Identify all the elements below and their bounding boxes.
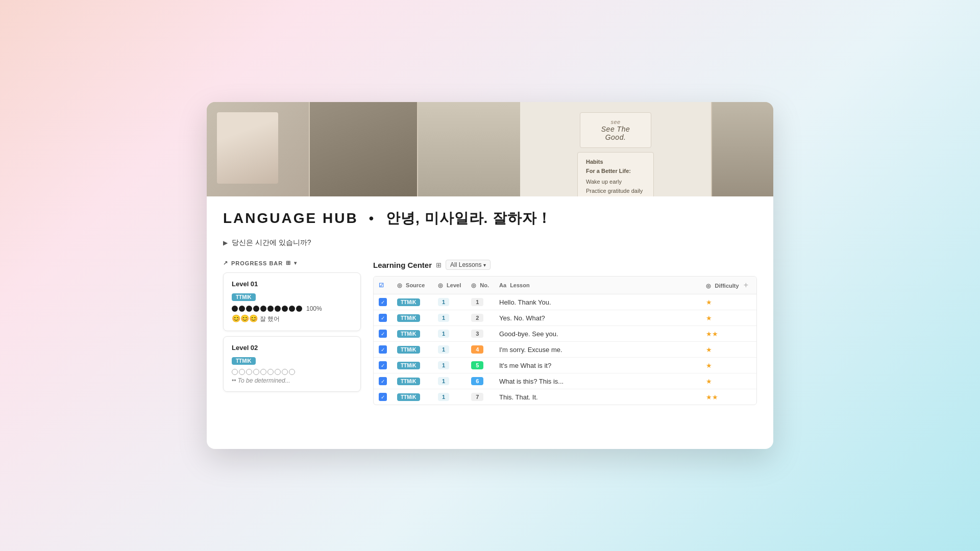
- row-level: 1: [433, 342, 466, 358]
- th-source: ◎ Source: [392, 277, 433, 294]
- row-lesson: Yes. No. What?: [494, 310, 701, 326]
- table-header-row: ☑ ◎ Source ◎ Level: [374, 277, 756, 294]
- add-column-button[interactable]: +: [741, 281, 751, 290]
- table-row: ✓ TTMiK 1 1 Hello. Thank You. ★: [374, 294, 756, 310]
- lc-grid-icon: ⊞: [436, 261, 442, 269]
- no-badge: 7: [471, 393, 483, 401]
- row-no: 1: [466, 294, 494, 310]
- hero-card-area: see See The Good. HabitsFor a Better Lif…: [520, 102, 711, 196]
- row-checkbox[interactable]: ✓: [374, 326, 392, 342]
- toggle-row[interactable]: ▶ 당신은 시간에 있습니까?: [223, 238, 757, 247]
- hero-quote-card: see See The Good.: [580, 112, 651, 148]
- learning-center-section: Learning Center ⊞ All Lessons ▾ ☑: [373, 260, 757, 405]
- page-title-text: LANGUAGE HUB: [223, 210, 358, 226]
- source-tag: TTMiK: [397, 314, 420, 322]
- row-source: TTMiK: [392, 389, 433, 405]
- habit-2: Practice gratitude daily: [586, 187, 645, 196]
- hero-image-3: [418, 102, 520, 196]
- row-checkbox[interactable]: ✓: [374, 358, 392, 373]
- habits-title: HabitsFor a Better Life:: [586, 158, 645, 176]
- dot-7: [275, 306, 281, 312]
- row-source: TTMiK: [392, 358, 433, 373]
- difficulty-stars: ★★: [706, 393, 718, 401]
- row-lesson: It's me What is it?: [494, 358, 701, 373]
- row-level: 1: [433, 294, 466, 310]
- dot-6: [267, 306, 274, 312]
- app-window: see See The Good. HabitsFor a Better Lif…: [207, 102, 773, 449]
- lc-header: Learning Center ⊞ All Lessons ▾: [373, 260, 757, 270]
- level-02-source-tag: TTMIK: [232, 357, 256, 365]
- page-subtitle: 안녕, 미사일라. 잘하자！: [386, 210, 552, 226]
- dot-10: [296, 306, 302, 312]
- th-lesson-label: Lesson: [510, 282, 530, 288]
- source-tag: TTMiK: [397, 393, 420, 401]
- row-level: 1: [433, 373, 466, 389]
- th-level: ◎ Level: [433, 277, 466, 294]
- hero-image-2: [310, 102, 417, 196]
- checkbox-header-icon: ☑: [379, 282, 384, 288]
- level-02-comment: •• To be determined...: [232, 377, 352, 384]
- lc-title: Learning Center: [373, 261, 432, 269]
- lc-filter-button[interactable]: All Lessons ▾: [446, 260, 491, 270]
- row-checkbox[interactable]: ✓: [374, 294, 392, 310]
- difficulty-stars: ★: [706, 314, 712, 322]
- toggle-arrow-icon: ▶: [223, 239, 228, 246]
- table-row: ✓ TTMiK 1 3 Good-bye. See you. ★★: [374, 326, 756, 342]
- no-badge: 3: [471, 330, 483, 338]
- chevron-down-icon: ▾: [294, 260, 297, 266]
- row-difficulty: ★: [701, 294, 756, 310]
- arrow-up-right-icon: ↗: [223, 260, 228, 266]
- level-01-progress-dots: 100%: [232, 305, 352, 312]
- hero-quote: See The Good.: [591, 125, 641, 141]
- level-badge: 1: [438, 345, 449, 354]
- dot-9: [289, 306, 295, 312]
- toggle-label: 당신은 시간에 있습니까?: [232, 238, 311, 247]
- level-01-title: Level 01: [232, 280, 352, 288]
- level-badge: 1: [438, 393, 449, 401]
- row-lesson: This. That. It.: [494, 389, 701, 405]
- row-checkbox[interactable]: ✓: [374, 389, 392, 405]
- row-source: TTMiK: [392, 342, 433, 358]
- row-lesson: What is this? This is...: [494, 373, 701, 389]
- th-source-label: Source: [406, 282, 425, 288]
- progress-bar-header: ↗ PROGRESS BAR ⊞ ▾: [223, 260, 361, 266]
- row-no: 6: [466, 373, 494, 389]
- level-badge: 1: [438, 330, 449, 338]
- row-difficulty: ★: [701, 373, 756, 389]
- row-no: 7: [466, 389, 494, 405]
- lessons-table: ☑ ◎ Source ◎ Level: [374, 277, 756, 405]
- row-difficulty: ★★: [701, 389, 756, 405]
- row-checkbox[interactable]: ✓: [374, 342, 392, 358]
- row-source: TTMiK: [392, 373, 433, 389]
- progress-bar-label: PROGRESS BAR: [231, 260, 283, 266]
- lessons-tbody: ✓ TTMiK 1 1 Hello. Thank You. ★ ✓ TTMiK …: [374, 294, 756, 405]
- level-01-card: Level 01 TTMIK 100%: [223, 272, 361, 331]
- level-01-emojis: 😊😊😊: [232, 314, 258, 322]
- checkbox-icon: ✓: [379, 314, 387, 322]
- row-checkbox[interactable]: ✓: [374, 373, 392, 389]
- table-row: ✓ TTMiK 1 2 Yes. No. What? ★: [374, 310, 756, 326]
- main-content: LANGUAGE HUB • 안녕, 미사일라. 잘하자！ ▶ 당신은 시간에 …: [207, 196, 773, 449]
- no-badge: 5: [471, 361, 483, 369]
- dot-2: [239, 306, 245, 312]
- th-lesson: Aa Lesson: [494, 277, 701, 294]
- dot-e3: [246, 369, 252, 375]
- th-no: ◎ No.: [466, 277, 494, 294]
- row-lesson: I'm sorry. Excuse me.: [494, 342, 701, 358]
- table-row: ✓ TTMiK 1 4 I'm sorry. Excuse me. ★: [374, 342, 756, 358]
- row-lesson: Good-bye. See you.: [494, 326, 701, 342]
- lesson-aa-icon: Aa: [499, 282, 506, 288]
- row-difficulty: ★: [701, 358, 756, 373]
- row-checkbox[interactable]: ✓: [374, 310, 392, 326]
- th-difficulty: ◎ Difficulty +: [701, 277, 756, 294]
- no-badge: 1: [471, 298, 483, 306]
- difficulty-stars: ★: [706, 378, 712, 385]
- level-02-progress-dots: [232, 369, 352, 375]
- source-tag: TTMiK: [397, 330, 420, 338]
- difficulty-stars: ★: [706, 298, 712, 306]
- th-check: ☑: [374, 277, 392, 294]
- table-row: ✓ TTMiK 1 6 What is this? This is... ★: [374, 373, 756, 389]
- dot-e6: [267, 369, 274, 375]
- row-difficulty: ★★: [701, 326, 756, 342]
- level-badge: 1: [438, 361, 449, 369]
